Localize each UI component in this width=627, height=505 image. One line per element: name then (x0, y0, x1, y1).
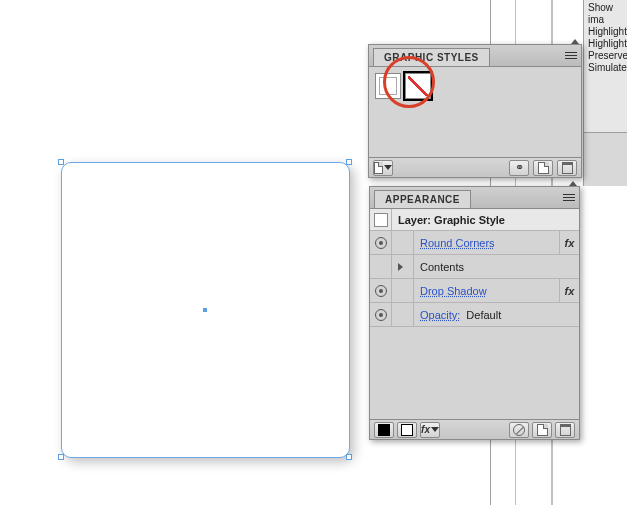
graphic-styles-panel: GRAPHIC STYLES ⚭ (368, 44, 582, 178)
panel-menu-icon[interactable] (563, 48, 579, 62)
options-panel-fragment: Show ima Highlight Highlight Preserve Si… (583, 0, 627, 132)
duplicate-item-icon[interactable] (532, 422, 552, 438)
appearance-row-opacity[interactable]: Opacity: Default (370, 303, 579, 327)
selection-handle[interactable] (58, 159, 64, 165)
new-stroke-icon[interactable] (397, 422, 417, 438)
option-text: Show ima (588, 2, 625, 26)
appearance-target-row[interactable]: Layer: Graphic Style (370, 209, 579, 231)
selection-handle[interactable] (58, 454, 64, 460)
selection-center-point[interactable] (203, 308, 207, 312)
tab-graphic-styles[interactable]: GRAPHIC STYLES (373, 48, 490, 66)
add-effect-icon[interactable]: fx (420, 422, 440, 438)
appearance-panel: APPEARANCE Layer: Graphic Style Round Co… (369, 186, 580, 440)
option-text: Highlight (588, 26, 625, 38)
appearance-footer: fx (370, 419, 579, 439)
option-text: Highlight (588, 38, 625, 50)
new-fill-icon[interactable] (374, 422, 394, 438)
panel-tabbar: APPEARANCE (370, 187, 579, 209)
visibility-toggle-icon[interactable] (375, 237, 387, 249)
appearance-list: Layer: Graphic Style Round Corners fx Co… (370, 209, 579, 419)
option-text: Preserve (588, 50, 625, 62)
visibility-toggle-icon[interactable] (375, 285, 387, 297)
graphic-styles-swatch-area[interactable] (369, 67, 581, 157)
delete-item-icon[interactable] (555, 422, 575, 438)
collapse-panel-icon[interactable] (567, 179, 579, 187)
selection-handle[interactable] (346, 454, 352, 460)
disclosure-triangle-icon[interactable] (398, 263, 403, 271)
option-text: Simulate (588, 62, 625, 74)
selection-handle[interactable] (346, 159, 352, 165)
contents-label: Contents (414, 261, 579, 273)
visibility-toggle-icon[interactable] (375, 309, 387, 321)
fx-indicator-icon[interactable]: fx (559, 279, 579, 302)
panel-tabbar: GRAPHIC STYLES (369, 45, 581, 67)
clear-appearance-icon[interactable] (509, 422, 529, 438)
tab-appearance[interactable]: APPEARANCE (374, 190, 471, 208)
appearance-row-drop-shadow[interactable]: Drop Shadow fx (370, 279, 579, 303)
options-panel-fragment (583, 132, 627, 186)
appearance-target-label: Layer: Graphic Style (392, 214, 579, 226)
appearance-row-contents[interactable]: Contents (370, 255, 579, 279)
target-thumbnail (374, 213, 388, 227)
graphic-style-swatch-custom[interactable] (405, 73, 431, 99)
collapse-panel-icon[interactable] (569, 37, 581, 45)
opacity-link[interactable]: Opacity: (420, 309, 460, 321)
graphic-styles-libraries-icon[interactable] (373, 160, 393, 176)
appearance-row-round-corners[interactable]: Round Corners fx (370, 231, 579, 255)
opacity-value: Default (466, 309, 501, 321)
delete-style-icon[interactable] (557, 160, 577, 176)
graphic-styles-footer: ⚭ (369, 157, 581, 177)
effect-link[interactable]: Drop Shadow (420, 285, 487, 297)
fx-indicator-icon[interactable]: fx (559, 231, 579, 254)
graphic-style-swatch-default[interactable] (375, 73, 401, 99)
effect-link[interactable]: Round Corners (420, 237, 495, 249)
new-style-icon[interactable] (533, 160, 553, 176)
panel-menu-icon[interactable] (561, 190, 577, 204)
break-link-icon[interactable]: ⚭ (509, 160, 529, 176)
